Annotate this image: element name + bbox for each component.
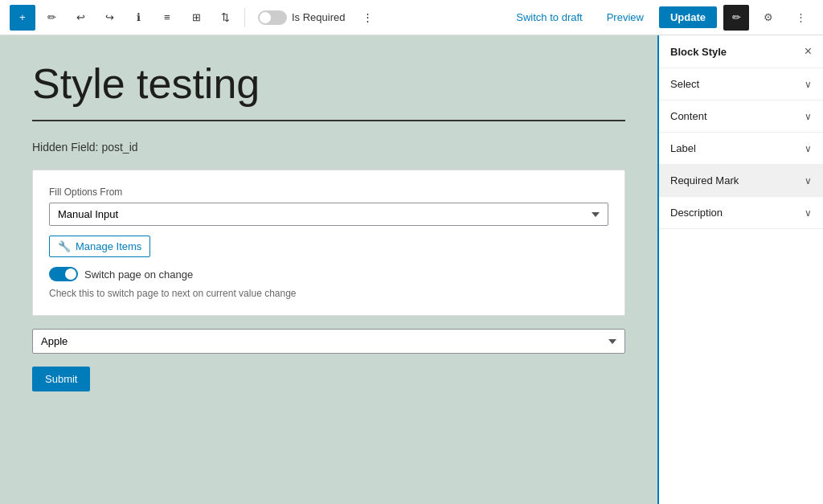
manage-items-button[interactable]: 🔧 Manage Items <box>49 236 150 257</box>
main-layout: Style testing Hidden Field: post_id Fill… <box>0 35 823 504</box>
panel-row-content-label: Content <box>670 110 707 122</box>
title-divider <box>32 120 625 121</box>
fill-options-select[interactable]: Manual Input Post Data User Data <box>49 203 608 226</box>
panel-row-select[interactable]: Select ∨ <box>659 68 823 100</box>
style-icon: ✏ <box>732 11 741 23</box>
table-view-button[interactable]: ⊞ <box>183 5 209 31</box>
dots-icon: ⋮ <box>362 11 373 23</box>
form-card: Fill Options From Manual Input Post Data… <box>32 170 625 316</box>
chevron-down-icon: ∨ <box>805 207 812 219</box>
panel-row-required-mark-label: Required Mark <box>670 174 739 186</box>
add-block-button[interactable]: + <box>10 5 35 31</box>
more-options-button[interactable]: ⋮ <box>354 5 380 31</box>
required-toggle-wrap: Is Required <box>252 10 351 25</box>
pen-icon: ✏ <box>47 11 56 23</box>
chevron-down-icon: ∨ <box>805 79 812 90</box>
style-panel-button[interactable]: ✏ <box>723 5 749 31</box>
hidden-field-label: Hidden Field: post_id <box>32 141 625 154</box>
wrench-icon: 🔧 <box>58 240 71 252</box>
panel-row-description[interactable]: Description ∨ <box>659 197 823 229</box>
fill-options-label: Fill Options From <box>49 186 608 198</box>
list-icon: ≡ <box>164 11 170 23</box>
panel-row-select-label: Select <box>670 78 699 90</box>
page-title: Style testing <box>32 61 625 107</box>
update-button[interactable]: Update <box>659 6 717 28</box>
block-style-panel: Block Style × Select ∨ Content ∨ Label ∨… <box>657 35 823 504</box>
apple-select[interactable]: Apple Banana Cherry Date <box>32 329 625 354</box>
panel-row-description-label: Description <box>670 207 723 219</box>
editor-area: Style testing Hidden Field: post_id Fill… <box>0 35 657 504</box>
main-toolbar: + ✏ ↩ ↪ ℹ ≡ ⊞ ⇅ Is Required ⋮ <box>0 0 823 35</box>
arrows-button[interactable]: ⇅ <box>212 5 238 31</box>
more-menu-button[interactable]: ⋮ <box>788 5 813 31</box>
switch-page-row: Switch page on change <box>49 267 608 281</box>
panel-row-label[interactable]: Label ∨ <box>659 133 823 165</box>
switch-to-draft-button[interactable]: Switch to draft <box>507 6 591 29</box>
undo-icon: ↩ <box>76 11 85 23</box>
chevron-down-icon: ∨ <box>805 111 812 122</box>
arrows-icon: ⇅ <box>221 11 230 23</box>
plus-icon: + <box>19 11 26 23</box>
required-toggle-label: Is Required <box>292 11 345 23</box>
toolbar-divider <box>244 8 245 27</box>
info-icon: ℹ <box>137 11 141 23</box>
toolbar-right: Switch to draft Preview Update ✏ ⚙ ⋮ <box>507 5 813 31</box>
switch-page-hint: Check this to switch page to next on cur… <box>49 288 608 299</box>
panel-row-content[interactable]: Content ∨ <box>659 100 823 133</box>
redo-button[interactable]: ↪ <box>96 5 122 31</box>
apple-select-wrap: Apple Banana Cherry Date <box>32 329 625 354</box>
panel-close-button[interactable]: × <box>805 45 812 58</box>
more-icon: ⋮ <box>796 11 806 23</box>
panel-row-label-label: Label <box>670 142 696 154</box>
redo-icon: ↪ <box>105 11 114 23</box>
info-button[interactable]: ℹ <box>125 5 151 31</box>
gear-icon: ⚙ <box>764 11 773 23</box>
settings-button[interactable]: ⚙ <box>755 5 781 31</box>
toolbar-left: + ✏ ↩ ↪ ℹ ≡ ⊞ ⇅ Is Required ⋮ <box>10 5 504 31</box>
panel-row-required-mark[interactable]: Required Mark ∨ <box>659 165 823 197</box>
panel-header: Block Style × <box>659 35 823 68</box>
required-toggle[interactable] <box>258 10 287 25</box>
panel-title: Block Style <box>670 46 727 58</box>
preview-button[interactable]: Preview <box>598 6 653 29</box>
list-view-button[interactable]: ≡ <box>154 5 180 31</box>
chevron-down-icon: ∨ <box>805 175 812 186</box>
table-icon: ⊞ <box>192 11 201 23</box>
chevron-down-icon: ∨ <box>805 143 812 154</box>
switch-page-label: Switch page on change <box>84 268 193 281</box>
undo-button[interactable]: ↩ <box>68 5 93 31</box>
pen-tool-button[interactable]: ✏ <box>39 5 64 31</box>
submit-button[interactable]: Submit <box>32 367 90 391</box>
manage-items-label: Manage Items <box>76 240 141 252</box>
switch-page-toggle[interactable] <box>49 267 78 281</box>
